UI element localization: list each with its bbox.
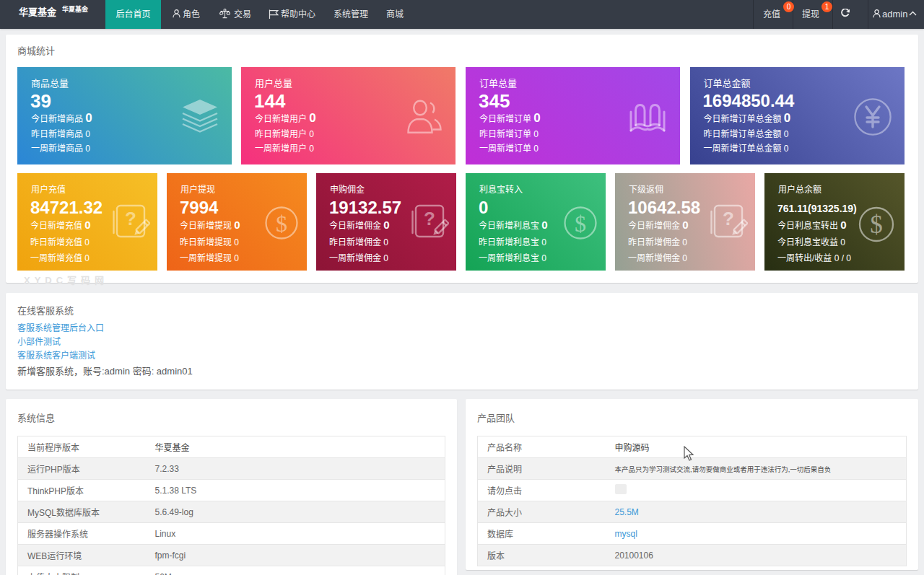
svg-text:?: ? [424,208,435,229]
svg-text:?: ? [723,208,734,229]
svg-text:?: ? [125,208,136,229]
svg-text:$: $ [870,211,883,239]
svg-text:$: $ [575,211,586,237]
svg-text:$: $ [276,211,287,237]
